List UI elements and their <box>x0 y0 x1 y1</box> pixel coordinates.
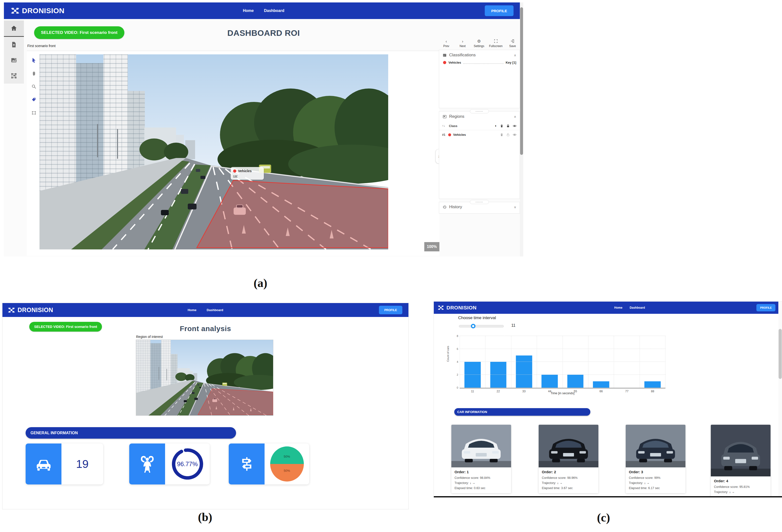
car-order: Order: 3 <box>629 470 682 474</box>
prev-label: Prev <box>443 44 450 48</box>
car-elapsed-time: Elapsed time: 3.67 sec <box>542 487 595 490</box>
vertical-scrollbar[interactable] <box>520 2 523 256</box>
settings-button[interactable]: ⚙ Settings <box>472 39 485 48</box>
class-color-dot <box>443 61 446 64</box>
time-interval-slider[interactable] <box>459 325 504 327</box>
fullscreen-label: Fullscreen <box>489 44 502 48</box>
profile-button[interactable]: PROFILE <box>756 304 775 311</box>
bar-33 <box>516 355 532 388</box>
eye-icon[interactable] <box>512 133 517 137</box>
screenshot-dashboard-roi: DRONISION Home Dashboard PROFILE SELECTE… <box>4 2 523 256</box>
detected-car-image <box>711 425 771 476</box>
profile-button[interactable]: PROFILE <box>485 5 513 16</box>
select-tool-button[interactable] <box>30 56 38 64</box>
regions-title: Regions <box>449 114 464 119</box>
classifications-title: Classifications <box>449 53 476 58</box>
lock-icon[interactable] <box>506 124 510 128</box>
tag-tool-button[interactable] <box>30 96 38 104</box>
nav-home[interactable]: Home <box>243 8 254 13</box>
nav-home[interactable]: Home <box>614 306 622 309</box>
annotation-side-panel: ‹ Prev › Next ⚙ Settings Fullscreen Save <box>439 39 520 216</box>
next-label: Next <box>460 44 466 48</box>
figure-label-b: (b) <box>188 510 222 524</box>
annotation-subclass-link[interactable]: car <box>233 174 261 178</box>
region-tool-button[interactable] <box>30 109 38 117</box>
scrollbar-thumb[interactable] <box>779 329 782 379</box>
sidebar-item-image-edit[interactable] <box>4 52 24 68</box>
next-icon: › <box>462 39 463 44</box>
profile-button[interactable]: PROFILE <box>379 306 402 314</box>
class-column-label: Class <box>449 124 457 128</box>
detected-car-image <box>626 425 685 467</box>
car-information-bar: CAR INFORMATION <box>454 408 590 416</box>
fullscreen-button[interactable]: Fullscreen <box>489 39 502 48</box>
brand-logo: DRONISION <box>438 305 477 311</box>
chevron-up-icon[interactable]: ∧ <box>514 54 516 57</box>
sidebar-item-upload[interactable] <box>4 37 24 52</box>
lock-open-icon[interactable] <box>506 133 510 137</box>
classification-key: Key [1] <box>506 61 516 64</box>
nav-dashboard[interactable]: Dashboard <box>264 8 284 13</box>
y-tick-label: 2 <box>454 373 458 376</box>
chevron-up-icon[interactable]: ∧ <box>514 115 516 118</box>
section-drag-handle[interactable]: •••••• <box>470 109 489 113</box>
gear-icon: ⚙ <box>477 39 481 44</box>
car-confidence: Confidence score: 95.81% <box>714 485 768 489</box>
region-class-label: Vehicles <box>453 133 466 137</box>
car-trajectory: Trajectory:↓ → <box>455 481 508 485</box>
app-header: DRONISION Home Dashboard PROFILE <box>434 302 782 314</box>
chart-x-axis-label: Time [in seconds] <box>460 392 666 395</box>
car-icon <box>35 455 53 473</box>
car-order: Order: 4 <box>714 479 768 483</box>
screenshot-front-analysis: DRONISION Home Dashboard PROFILE SELECTE… <box>2 303 408 509</box>
classifications-icon <box>442 53 447 57</box>
detected-car-image <box>539 425 598 467</box>
slider-thumb[interactable] <box>471 324 475 328</box>
sidebar-item-artboard[interactable] <box>4 68 24 84</box>
dotted-leader <box>463 61 503 64</box>
next-button[interactable]: › Next <box>456 39 469 48</box>
bar-55 <box>567 375 583 388</box>
trash-icon[interactable] <box>500 133 503 137</box>
region-row[interactable]: #1 Vehicles <box>439 130 520 139</box>
street-video-canvas[interactable] <box>39 55 388 249</box>
pie-top-label: 50% <box>284 455 290 458</box>
chart-slot <box>614 336 640 388</box>
prev-button[interactable]: ‹ Prev <box>440 39 453 48</box>
chevron-down-icon[interactable]: ∨ <box>514 205 516 209</box>
confidence-donut: 96.77% <box>171 447 205 481</box>
drone-icon <box>8 307 15 314</box>
nav-dashboard[interactable]: Dashboard <box>630 306 645 309</box>
zoom-tool-button[interactable] <box>30 83 38 91</box>
vertical-scrollbar[interactable] <box>778 302 782 496</box>
car-trajectory: Trajectory:↓ → <box>714 490 768 494</box>
split-pie-icon[interactable]: ◐ <box>495 123 497 128</box>
direction-pie-chart: 50% 50% <box>270 447 304 482</box>
save-button[interactable]: Save <box>506 39 519 48</box>
chart-slot <box>511 336 537 388</box>
slider-value: 11 <box>511 323 516 328</box>
car-card-3: Order: 3Confidence score: 99%Trajectory:… <box>626 425 685 493</box>
regions-table-header: ↑↓ Class ◐ <box>439 122 520 130</box>
sort-icon[interactable]: ↑↓ <box>442 124 445 128</box>
strength-icon <box>139 455 156 473</box>
classification-label: Vehicles <box>449 61 461 64</box>
zoom-level-badge: 100% <box>424 242 439 251</box>
nav-dashboard[interactable]: Dashboard <box>207 308 223 312</box>
main-nav: Home Dashboard <box>187 308 223 312</box>
nav-home[interactable]: Home <box>187 308 196 312</box>
section-drag-handle[interactable]: •••••• <box>470 200 489 204</box>
eye-icon[interactable] <box>512 124 517 128</box>
classification-item[interactable]: Vehicles Key [1] <box>439 60 520 67</box>
pan-tool-button[interactable] <box>30 70 38 77</box>
chart-slot <box>486 336 511 388</box>
trash-icon[interactable] <box>500 124 503 128</box>
roi-label: Region of interest <box>136 335 163 339</box>
chart-y-axis-label: Count of cars <box>447 346 450 362</box>
classifications-header[interactable]: Classifications ∧ <box>439 50 520 60</box>
car-trajectory: Trajectory:↓ → <box>629 481 682 485</box>
y-tick-label: 8 <box>454 334 458 338</box>
hand-icon <box>31 70 37 76</box>
history-section: •••••• History ∨ <box>439 202 520 214</box>
roi-thumbnail-image <box>136 340 273 416</box>
